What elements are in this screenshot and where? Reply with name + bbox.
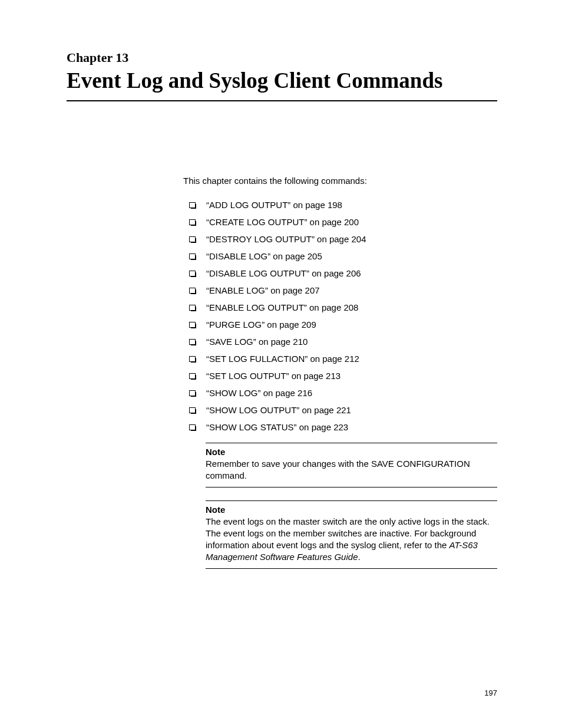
toc-item: “ENABLE LOG OUTPUT” on page 208 <box>183 302 497 312</box>
bullet-icon <box>189 407 196 413</box>
toc-link[interactable]: “SET LOG FULLACTION” on page 212 <box>206 354 359 364</box>
toc-item: “PURGE LOG” on page 209 <box>183 319 497 330</box>
toc-item: “SAVE LOG” on page 210 <box>183 337 497 347</box>
toc-item: “ENABLE LOG” on page 207 <box>183 285 497 295</box>
note-label: Note <box>206 447 497 457</box>
bullet-icon <box>189 271 196 276</box>
toc-item: “DISABLE LOG OUTPUT” on page 206 <box>183 268 497 278</box>
bullet-icon <box>189 322 196 328</box>
toc-link[interactable]: “SHOW LOG” on page 216 <box>206 388 312 398</box>
note-label: Note <box>206 505 497 515</box>
bullet-icon <box>189 339 196 345</box>
bullet-icon <box>189 373 196 379</box>
content-area: This chapter contains the following comm… <box>183 176 497 569</box>
toc-item: “SHOW LOG OUTPUT” on page 221 <box>183 405 497 415</box>
toc-link[interactable]: “ENABLE LOG” on page 207 <box>206 285 320 295</box>
toc-item: “DISABLE LOG” on page 205 <box>183 251 497 261</box>
chapter-title: Event Log and Syslog Client Commands <box>67 68 497 101</box>
bullet-icon <box>189 219 196 225</box>
toc-link[interactable]: “ADD LOG OUTPUT” on page 198 <box>206 200 342 210</box>
toc-item: “SET LOG FULLACTION” on page 212 <box>183 354 497 364</box>
note-block: Note The event logs on the master switch… <box>206 500 497 569</box>
toc-link[interactable]: “PURGE LOG” on page 209 <box>206 319 316 330</box>
bullet-icon <box>189 202 196 208</box>
bullet-icon <box>189 305 196 311</box>
toc-link[interactable]: “SHOW LOG STATUS” on page 223 <box>206 422 348 432</box>
toc-link[interactable]: “ENABLE LOG OUTPUT” on page 208 <box>206 302 358 312</box>
bullet-icon <box>189 288 196 294</box>
toc-link[interactable]: “SAVE LOG” on page 210 <box>206 337 308 347</box>
note-text: Remember to save your changes with the S… <box>206 458 497 482</box>
toc-list: “ADD LOG OUTPUT” on page 198 “CREATE LOG… <box>183 200 497 432</box>
bullet-icon <box>189 424 196 430</box>
toc-item: “SHOW LOG STATUS” on page 223 <box>183 422 497 432</box>
bullet-icon <box>189 390 196 396</box>
toc-link[interactable]: “SHOW LOG OUTPUT” on page 221 <box>206 405 351 415</box>
toc-link[interactable]: “DISABLE LOG” on page 205 <box>206 251 322 261</box>
toc-item: “CREATE LOG OUTPUT” on page 200 <box>183 217 497 227</box>
toc-item: “ADD LOG OUTPUT” on page 198 <box>183 200 497 210</box>
note-block: Note Remember to save your changes with … <box>206 443 497 487</box>
toc-item: “DESTROY LOG OUTPUT” on page 204 <box>183 234 497 244</box>
bullet-icon <box>189 253 196 259</box>
toc-link[interactable]: “CREATE LOG OUTPUT” on page 200 <box>206 217 359 227</box>
toc-item: “SET LOG OUTPUT” on page 213 <box>183 371 497 381</box>
toc-link[interactable]: “DISABLE LOG OUTPUT” on page 206 <box>206 268 361 278</box>
toc-item: “SHOW LOG” on page 216 <box>183 388 497 398</box>
note-text: The event logs on the master switch are … <box>206 516 497 564</box>
intro-text: This chapter contains the following comm… <box>183 176 497 186</box>
chapter-label: Chapter 13 <box>67 50 497 65</box>
bullet-icon <box>189 236 196 242</box>
bullet-icon <box>189 356 196 362</box>
page-number: 197 <box>484 689 497 697</box>
toc-link[interactable]: “SET LOG OUTPUT” on page 213 <box>206 371 340 381</box>
toc-link[interactable]: “DESTROY LOG OUTPUT” on page 204 <box>206 234 366 244</box>
